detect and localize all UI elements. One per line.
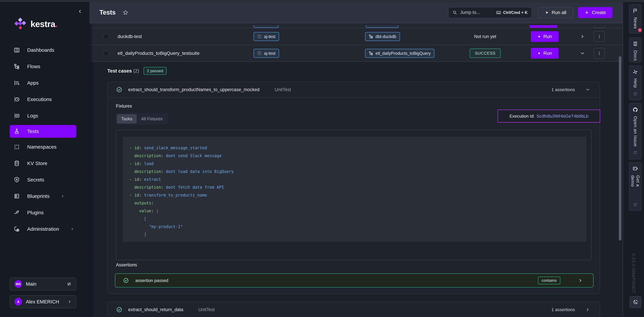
fixtures-tabs: Tasks All Fixtures: [116, 113, 168, 124]
dots-grid-icon: [14, 144, 20, 150]
run-button[interactable]: Run: [531, 48, 559, 59]
sidebar-item-kv-store[interactable]: KV Store: [0, 155, 90, 172]
sidebar-item-namespaces[interactable]: Namespaces: [0, 139, 90, 155]
status-badge: SUCCESS: [470, 49, 500, 58]
namespace-badge[interactable]: aj-test: [254, 49, 279, 58]
user-name: Alex EMERICH: [26, 299, 64, 305]
vertical-scrollbar[interactable]: [619, 56, 621, 241]
test-case-card: extract_should_transform_productNames_to…: [107, 82, 600, 294]
run-button[interactable]: Run: [531, 31, 559, 42]
test-case-type: UnitTest: [198, 307, 215, 312]
namespace-badge-partial: [254, 25, 279, 28]
sidebar-item-plugins[interactable]: Plugins: [0, 204, 90, 221]
sidebar-item-dashboards[interactable]: Dashboards: [0, 42, 90, 58]
plus-icon: [584, 10, 589, 15]
sidebar-item-flows[interactable]: Flows: [0, 58, 90, 75]
test-name[interactable]: duckdb-test: [118, 34, 142, 39]
flow-badge[interactable]: etl_dailyProducts_toBigQuery: [365, 49, 434, 58]
search-input[interactable]: [460, 10, 492, 15]
test-case-header[interactable]: extract_should_return_data UnitTest 1 as…: [108, 302, 600, 317]
keyboard-icon: [496, 10, 501, 15]
tab-all-fixtures[interactable]: All Fixtures: [137, 114, 167, 123]
user-menu[interactable]: A Alex EMERICH: [10, 295, 76, 308]
execution-id-link[interactable]: 5o3fn8u3WHisGeT4bItbLb: [537, 114, 588, 119]
assertion-text: assertion passed: [135, 278, 168, 283]
news-button[interactable]: News: [629, 4, 642, 33]
test-cases-count: (2): [133, 68, 139, 73]
sidebar-item-label: Tests: [27, 128, 39, 134]
namespace-icon: [257, 34, 262, 39]
external-link-icon: [633, 92, 638, 96]
sidebar-item-tests[interactable]: Tests: [10, 125, 76, 138]
play-icon: [545, 10, 549, 14]
workspace-switcher[interactable]: MA Main: [10, 278, 76, 291]
github-icon: [632, 107, 638, 112]
sidebar-item-label: KV Store: [27, 161, 47, 166]
sidebar-item-blueprints[interactable]: Blueprints: [0, 188, 90, 204]
docs-label: Docs: [633, 50, 638, 61]
table-row-partial: [90, 23, 622, 28]
kebab-menu-button[interactable]: [594, 48, 605, 59]
kestra-app: kestra. Dashboards Flows Apps Executions: [0, 0, 644, 317]
jump-to-search[interactable]: Ctrl/Cmd + K: [448, 7, 532, 18]
sidebar-item-administration[interactable]: Administration: [0, 221, 90, 237]
sidebar-item-label: Namespaces: [27, 144, 56, 150]
main-content: Tests Ctrl/Cmd + K Run all Create: [90, 2, 622, 317]
kestra-logo-icon: [14, 18, 26, 30]
flow-badge[interactable]: dbt-duckdb: [365, 32, 400, 41]
sidebar-shadow: [90, 23, 94, 317]
row-checkbox[interactable]: [104, 34, 109, 39]
open-issue-button[interactable]: Open an Issue: [629, 103, 642, 160]
kebab-menu-button[interactable]: [594, 31, 605, 42]
sidebar-footer: MA Main A Alex EMERICH: [10, 273, 76, 308]
grid-icon: [14, 193, 20, 199]
sidebar-item-label: Blueprints: [27, 193, 50, 199]
sidebar-item-executions[interactable]: Executions: [0, 91, 90, 108]
sidebar-item-label: Executions: [27, 96, 52, 102]
test-case-card: extract_should_return_data UnitTest 1 as…: [107, 302, 600, 317]
expand-chevron-right-icon[interactable]: [579, 33, 586, 40]
theme-toggle-button[interactable]: [630, 296, 641, 308]
search-icon: [452, 10, 457, 15]
yaml-code[interactable]: - id: send_slack_message_started descrip…: [123, 137, 586, 242]
tab-tasks[interactable]: Tasks: [117, 114, 137, 123]
sidebar-item-label: Apps: [27, 80, 38, 86]
docs-button[interactable]: Docs: [629, 37, 642, 62]
test-case-name: extract_should_transform_productNames_to…: [128, 87, 260, 92]
sidebar-item-logs[interactable]: Logs: [0, 108, 90, 124]
create-button[interactable]: Create: [578, 7, 612, 18]
sidebar-item-apps[interactable]: Apps: [0, 75, 90, 91]
assertion-row[interactable]: assertion passed contains: [115, 274, 594, 288]
chevron-right-icon[interactable]: [578, 278, 583, 283]
run-button-partial: [529, 25, 558, 28]
namespace-badge[interactable]: aj-test: [254, 32, 279, 41]
flow-icon: [369, 51, 373, 55]
help-label: Help: [633, 78, 638, 88]
sitemap-icon: [14, 63, 20, 69]
star-favorite-icon[interactable]: [122, 10, 128, 15]
chevron-right-icon[interactable]: [585, 307, 590, 312]
check-circle-icon: [116, 307, 122, 313]
flow-badge-partial: [366, 25, 398, 28]
chevron-down-icon[interactable]: [585, 87, 590, 92]
kestra-logo[interactable]: kestra.: [14, 18, 58, 30]
monitor-icon: [632, 166, 638, 172]
test-case-header[interactable]: extract_should_transform_productNames_to…: [108, 82, 600, 97]
collapse-chevron-down-icon[interactable]: [579, 50, 586, 57]
window-top-strip: [0, 0, 644, 2]
workspace-name: Main: [26, 281, 63, 287]
help-button[interactable]: Help: [629, 65, 642, 100]
version-label: 0.23.0-SNAPSHOT: [631, 253, 636, 293]
run-all-button[interactable]: Run all: [538, 7, 573, 18]
chevron-right-icon: [70, 227, 74, 231]
fixtures-label: Fixtures: [116, 104, 132, 109]
sidebar-collapse-button[interactable]: [77, 8, 83, 15]
power-plug-icon: [14, 210, 20, 216]
get-demo-button[interactable]: Get a demo: [629, 162, 642, 211]
test-name[interactable]: etl_dailyProducts_toBigQuery_testsuite: [118, 51, 200, 56]
database-icon: [14, 160, 20, 166]
row-checkbox[interactable]: [104, 51, 109, 56]
sidebar-item-secrets[interactable]: Secrets: [0, 172, 90, 188]
flag-icon: [632, 8, 638, 13]
book-icon: [632, 41, 638, 46]
